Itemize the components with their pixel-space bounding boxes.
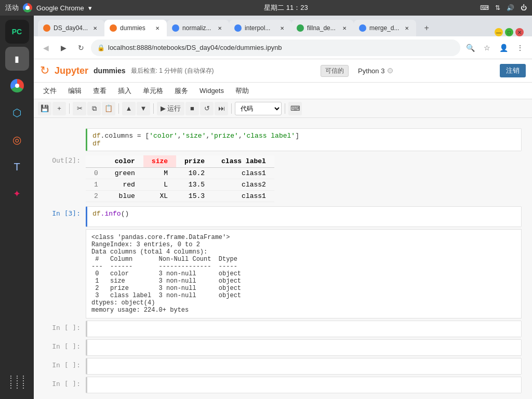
sidebar-icon-chrome[interactable] [5, 74, 29, 98]
jupyter-notebook: ↻ Jupyter dummies 最后检查: 1 分钟前 (自动保存) 可信的… [34, 59, 532, 399]
output-info-label [44, 229, 86, 232]
reload-button[interactable]: ↻ [73, 40, 89, 56]
menu-service[interactable]: 服务 [169, 84, 193, 98]
chrome-window: DS_day04... ✕ dummies ✕ normaliz... ✕ in… [34, 16, 532, 399]
paste-button[interactable]: 📋 [102, 102, 115, 115]
cell-3-container: In [3]: df.info() [34, 206, 532, 227]
df-col-size: size [143, 155, 176, 168]
last-checkpoint: 最后检查: 1 分钟前 (自动保存) [131, 66, 214, 75]
lock-icon: 🔒 [97, 44, 105, 51]
tab-ds-day04[interactable]: DS_day04... ✕ [38, 20, 104, 36]
restart-run-button[interactable]: ⏭ [215, 102, 228, 115]
cell-5[interactable] [86, 339, 522, 356]
sidebar-icon-firefox[interactable]: ◎ [5, 128, 29, 152]
new-tab-button[interactable]: + [418, 20, 435, 36]
menu-file[interactable]: 文件 [38, 84, 62, 98]
cut-button[interactable]: ✂ [73, 102, 86, 115]
cell-7-container: In [ ]: [34, 377, 532, 393]
activities-label[interactable]: 活动 [5, 3, 19, 12]
cell-1-code: df.columns = ['color','size','prize','cl… [87, 129, 521, 151]
add-cell-button[interactable]: + [52, 102, 66, 115]
window-minimize-btn[interactable]: — [495, 28, 503, 36]
copy-button[interactable]: ⧉ [87, 102, 101, 115]
menu-insert[interactable]: 插入 [113, 84, 137, 98]
kernel-name: Python 3 [358, 67, 384, 75]
output-2-container: Out[2]: color size prize class label [34, 153, 532, 204]
tab-favicon-interpol [234, 24, 242, 32]
app-dropdown-icon[interactable]: ▾ [88, 4, 92, 12]
slack-icon: ✦ [13, 188, 21, 200]
menu-edit[interactable]: 编辑 [63, 84, 87, 98]
toolbar-separator-5 [285, 103, 285, 114]
cell-1[interactable]: df.columns = ['color','size','prize','cl… [86, 128, 522, 151]
menu-view[interactable]: 查看 [88, 84, 112, 98]
notebook-cells: df.columns = ['color','size','prize','cl… [34, 118, 532, 399]
window-maximize-btn[interactable]: □ [505, 28, 513, 36]
logout-button[interactable]: 注销 [500, 64, 526, 77]
power-icon[interactable]: ⏻ [521, 4, 527, 11]
df-row-0-color: green [107, 168, 143, 179]
tab-title-ds: DS_day04... [54, 24, 88, 32]
bookmark-icon[interactable]: ☆ [479, 40, 495, 56]
cell-3[interactable]: df.info() [86, 206, 522, 227]
cell-4[interactable] [86, 321, 522, 337]
address-bar: ◀ ▶ ↻ 🔒 localhost:8888/notebooks/DS_day0… [34, 36, 532, 59]
account-icon[interactable]: 👤 [496, 40, 511, 56]
output-info-content: <class 'pandas.core.frame.DataFrame'> Ra… [86, 229, 522, 318]
menu-cell[interactable]: 单元格 [138, 84, 168, 98]
tab-dummies[interactable]: dummies ✕ [104, 20, 167, 36]
cell-6[interactable] [86, 358, 522, 375]
interrupt-button[interactable]: ■ [185, 102, 199, 115]
restart-button[interactable]: ↺ [200, 102, 214, 115]
sidebar-icon-typora[interactable]: T [5, 155, 29, 179]
keyboard-shortcuts-button[interactable]: ⌨ [288, 102, 302, 115]
url-bar[interactable]: 🔒 localhost:8888/notebooks/DS_day04/code… [91, 39, 460, 56]
tab-favicon-dummies [110, 24, 117, 32]
tab-title-interpol: interpol... [245, 24, 275, 32]
forward-button[interactable]: ▶ [56, 40, 71, 56]
sidebar-icon-pycharm[interactable]: PC [5, 20, 29, 44]
sidebar-icon-vscode[interactable]: ⬡ [5, 101, 29, 125]
back-button[interactable]: ◀ [38, 40, 54, 56]
tab-close-normalize[interactable]: ✕ [216, 24, 224, 32]
menu-widgets[interactable]: Widgets [194, 85, 229, 97]
tab-close-dummies[interactable]: ✕ [153, 24, 162, 32]
tab-fillna[interactable]: fillna_de... ✕ [291, 20, 354, 36]
tab-interpol[interactable]: interpol... ✕ [229, 20, 291, 36]
sidebar-icon-terminal[interactable]: ▮ [5, 47, 29, 71]
sidebar-icon-apps[interactable]: ⋮⋮⋮⋮⋮⋮ [5, 370, 29, 394]
df-row-1-index: 1 [86, 179, 107, 191]
menu-icon[interactable]: ⋮ [512, 40, 528, 56]
df-col-color: color [107, 155, 143, 168]
tab-close-interpol[interactable]: ✕ [278, 24, 286, 32]
save-button[interactable]: 💾 [38, 102, 51, 115]
move-down-button[interactable]: ▼ [137, 102, 150, 115]
tab-title-dummies: dummies [120, 24, 150, 32]
volume-icon: 🔊 [507, 4, 514, 11]
search-icon[interactable]: 🔍 [462, 40, 478, 56]
tab-close-merge[interactable]: ✕ [403, 24, 411, 32]
window-close-btn[interactable]: ✕ [515, 28, 524, 36]
jupyter-logo-icon: ↻ [40, 64, 49, 77]
sidebar-icon-slack[interactable]: ✦ [5, 182, 29, 206]
trusted-badge: 可信的 [321, 65, 349, 77]
df-row-1-prize: 13.5 [176, 179, 213, 191]
run-icon: ▶ [161, 104, 166, 112]
output-info-container: <class 'pandas.core.frame.DataFrame'> Ra… [34, 229, 532, 318]
toolbar-separator-2 [118, 103, 119, 114]
cell-3-code: df.info() [87, 207, 521, 221]
tab-close-ds[interactable]: ✕ [91, 24, 99, 32]
tab-close-fillna[interactable]: ✕ [340, 24, 349, 32]
run-button[interactable]: ▶ 运行 [157, 102, 184, 115]
menu-help[interactable]: 帮助 [230, 84, 254, 98]
tab-merge[interactable]: merge_d... ✕ [354, 20, 416, 36]
jupyter-toolbar: 💾 + ✂ ⧉ 📋 ▲ ▼ ▶ 运行 ■ ↺ ⏭ 代码 Markdown ⌨ [34, 99, 532, 118]
move-up-button[interactable]: ▲ [122, 102, 136, 115]
df-row-2-index: 2 [86, 191, 107, 202]
pycharm-icon: PC [12, 28, 22, 36]
cell-7[interactable] [86, 377, 522, 393]
df-col-index [86, 155, 107, 168]
url-text: localhost:8888/notebooks/DS_day04/code/d… [108, 44, 454, 51]
cell-type-select[interactable]: 代码 Markdown [235, 102, 282, 115]
tab-normalize[interactable]: normaliz... ✕ [167, 20, 229, 36]
